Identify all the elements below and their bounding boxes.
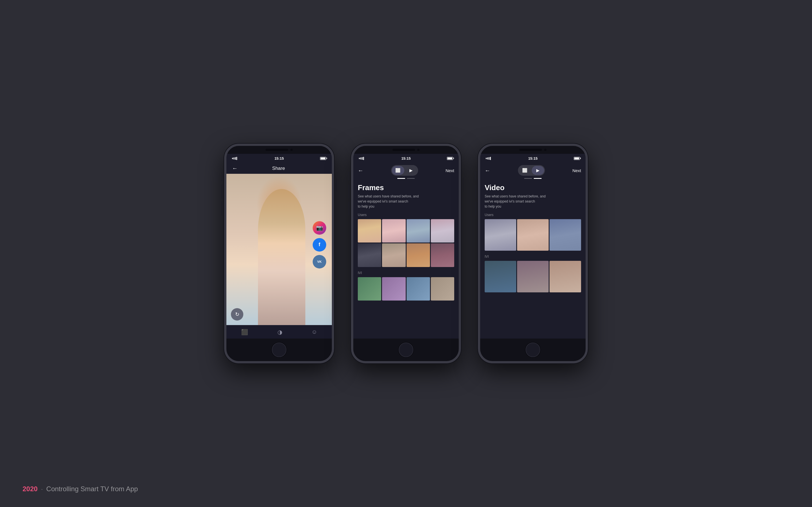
bar1-2 <box>359 158 360 159</box>
power-button-3 <box>590 177 591 191</box>
ivi-thumb-2-1[interactable] <box>358 277 381 300</box>
instagram-icon: 📷 <box>316 224 323 231</box>
video-nav: ← ⬜ ▶ Next <box>480 163 586 177</box>
video-icon-3: ▶ <box>536 168 540 173</box>
video-tab-2[interactable]: ▶ <box>405 166 417 175</box>
bar3-2 <box>362 157 363 160</box>
footer-separator: · <box>41 485 43 493</box>
camera-tab-3[interactable]: ⬜ <box>519 166 531 175</box>
battery-fill-1 <box>320 158 325 159</box>
speaker-1 <box>266 149 288 151</box>
back-button-2[interactable]: ← <box>358 167 363 174</box>
ivi-thumb-2-3[interactable] <box>407 277 430 300</box>
bar3-3 <box>489 157 490 160</box>
thumb-2-1[interactable] <box>358 219 381 242</box>
facebook-icon: f <box>319 242 320 247</box>
ivi-vthumb-3-2[interactable] <box>517 261 549 292</box>
bar2 <box>234 158 234 159</box>
screen-1: 15:15 ← Share <box>226 154 332 339</box>
contrast-icon[interactable]: ◑ <box>277 329 282 335</box>
phone-top-1 <box>226 146 332 154</box>
camera-tab-2[interactable]: ⬜ <box>392 166 404 175</box>
silent-button-2 <box>348 172 349 181</box>
frames-content: Frames See what users have shared before… <box>353 180 459 339</box>
phone-top-3 <box>480 146 586 154</box>
thumb-2-8[interactable] <box>431 243 454 267</box>
next-button-3[interactable]: Next <box>572 168 581 173</box>
instagram-button[interactable]: 📷 <box>313 221 326 235</box>
emoji-icon[interactable]: ☺ <box>312 329 317 335</box>
vthumb-3-2[interactable] <box>517 219 549 251</box>
battery-2 <box>447 157 453 160</box>
bar4 <box>236 157 237 160</box>
time-3: 15:15 <box>528 156 538 161</box>
thumb-2-4[interactable] <box>431 219 454 242</box>
tab-indicator-3 <box>480 177 586 180</box>
share-nav: ← Share <box>226 163 332 174</box>
battery-fill-2 <box>448 158 452 159</box>
volume-up-button-3 <box>475 184 476 199</box>
time-1: 15:15 <box>274 156 284 161</box>
phone-share: 15:15 ← Share <box>224 144 334 363</box>
home-button-2[interactable] <box>399 342 413 357</box>
phone-1-shell: 15:15 ← Share <box>224 144 334 363</box>
thumb-2-5[interactable] <box>358 243 381 267</box>
vk-button[interactable]: VK <box>313 255 326 269</box>
tab-switcher-3: ⬜ ▶ <box>518 165 545 176</box>
bar3 <box>235 157 236 160</box>
vthumb-3-3[interactable] <box>550 219 581 251</box>
vk-icon: VK <box>317 260 321 263</box>
silent-button-3 <box>475 172 476 181</box>
status-bar-2: 15:15 <box>353 154 459 163</box>
bar4-2 <box>363 157 364 160</box>
refresh-button[interactable]: ↻ <box>231 308 243 321</box>
ivi-gallery-2 <box>358 277 454 300</box>
frames-desc: See what users have shared before, andwe… <box>358 194 454 209</box>
facebook-button[interactable]: f <box>313 238 326 251</box>
next-button-2[interactable]: Next <box>446 168 454 173</box>
phone-3-shell: 15:15 ← ⬜ ▶ <box>478 144 588 363</box>
bar1 <box>232 158 233 159</box>
home-button-1[interactable] <box>272 342 287 357</box>
ivi-vthumb-3-1[interactable] <box>485 261 516 292</box>
status-bar-1: 15:15 <box>226 154 332 163</box>
back-button-3[interactable]: ← <box>485 167 490 174</box>
power-button <box>336 177 337 191</box>
thumb-2-2[interactable] <box>382 219 405 242</box>
time-2: 15:15 <box>401 156 410 161</box>
grid-icon[interactable]: ⬛ <box>241 329 248 335</box>
tab-dot-inactive-3 <box>524 178 532 179</box>
signal-3 <box>486 157 491 160</box>
thumb-2-7[interactable] <box>407 243 430 267</box>
camera-dot-2 <box>417 149 419 151</box>
volume-down-button-2 <box>348 202 349 216</box>
back-button-1[interactable]: ← <box>232 165 238 172</box>
video-icon-2: ▶ <box>409 168 413 173</box>
frames-title: Frames <box>358 183 454 192</box>
home-button-3[interactable] <box>525 342 540 357</box>
thumb-2-3[interactable] <box>407 219 430 242</box>
thumb-2-6[interactable] <box>382 243 405 267</box>
signal-1 <box>232 157 237 160</box>
tab-indicator-2 <box>353 177 459 180</box>
ivi-vthumb-3-3[interactable] <box>550 261 581 292</box>
ivi-thumb-2-2[interactable] <box>382 277 405 300</box>
phone-video: 15:15 ← ⬜ ▶ <box>478 144 588 363</box>
video-tab-3[interactable]: ▶ <box>532 166 544 175</box>
bar4-3 <box>490 157 491 160</box>
volume-down-button-3 <box>475 202 476 216</box>
users-gallery-3 <box>485 219 581 251</box>
speaker-2 <box>393 149 415 151</box>
battery-fill-3 <box>574 158 579 159</box>
frames-nav: ← ⬜ ▶ Next <box>353 163 459 177</box>
users-label-2: Users <box>358 213 454 217</box>
users-gallery-2 <box>358 219 454 267</box>
silent-button <box>221 172 222 181</box>
ivi-thumb-2-4[interactable] <box>431 277 454 300</box>
tab-switcher-2: ⬜ ▶ <box>391 165 418 176</box>
battery-1 <box>320 157 326 160</box>
bar1-3 <box>486 158 487 159</box>
speaker-3 <box>519 149 542 151</box>
vthumb-3-1[interactable] <box>485 219 516 251</box>
video-content: Video See what users have shared before,… <box>480 180 586 339</box>
